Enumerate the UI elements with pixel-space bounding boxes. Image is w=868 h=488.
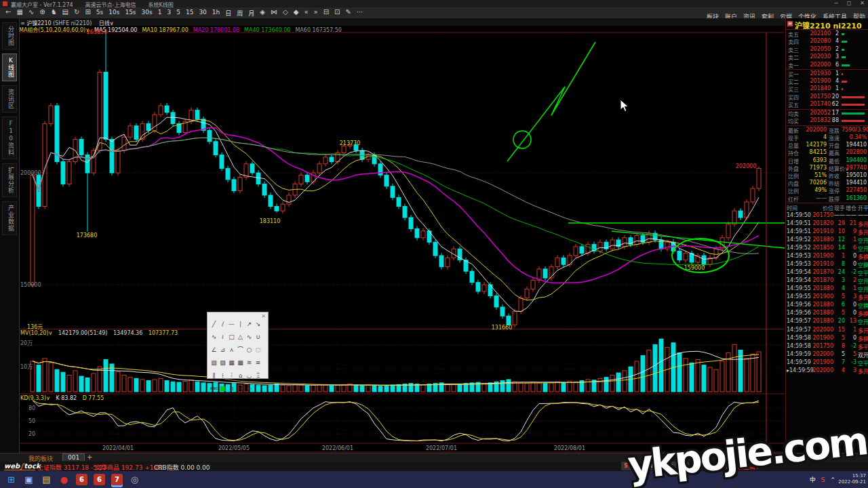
stat-label: 昨结 [829,180,840,187]
tick-oi-change: 0 [845,253,856,259]
draw-tool-icon[interactable]: ○ [245,346,254,354]
orderbook-qty: 20 [827,94,839,100]
draw-tool-icon[interactable]: ⌒ [236,346,245,354]
tick-oi-change: 6 [845,245,856,251]
tick-row: 14:59:5620188060空换 [786,302,868,310]
draw-tool-icon[interactable]: □ [227,333,236,342]
draw-tool-icon[interactable]: ∪ [254,333,262,342]
tick-oi-change: 2 [845,277,856,283]
draw-tool-icon[interactable]: ▦ [227,359,236,367]
draw-tool-icon[interactable]: ╱ [210,320,218,329]
svg-text:173680: 173680 [77,232,98,239]
tray-icon-0[interactable]: 中 [810,476,816,483]
tick-open-close-flag: 空平 [858,269,868,277]
draw-tool-icon[interactable]: ∿ [210,333,218,342]
stat-value: 202000 [798,127,827,133]
tick-row: 14:59:5320191080空换 [786,261,868,269]
tick-row: 14:59:5420187024-2空平 [786,269,868,277]
draw-tool-icon[interactable]: ↗ [245,320,254,329]
draw-tool-icon[interactable]: ∺ [236,384,245,393]
close-icon[interactable]: ✕ [261,313,266,319]
orderbook-level-label: 卖五 [788,30,799,38]
draw-tool-icon[interactable]: ≀ [218,333,227,342]
tick-price: 201880 [812,302,833,308]
orderbook-depth-bar [842,96,865,98]
tick-price: 201900 [812,335,833,341]
draw-tool-icon[interactable]: ▩ [236,359,245,367]
add-tab-button[interactable]: + [87,453,92,461]
stat-label: 比例 [788,172,799,180]
draw-tool-icon[interactable]: ABC [210,384,218,393]
drawing-tools-grid: ╱∕—∣↗↘∿≀□△∿∪∠⊿⋏⌒○◌▧▨▦▩≋≡∥⁞⫶⌂◡ΞABC■⊿∺⋯ [210,320,267,397]
draw-tool-icon[interactable]: ≋ [245,359,254,367]
stat-label: 开盘 [829,142,840,149]
tick-oi-change: -2 [845,269,856,275]
draw-tool-icon[interactable]: ⊿ [218,346,227,354]
taskbar-clock[interactable]: 15:37 2022-09-21 [838,473,866,485]
taskbar-icon-wh7[interactable]: 7 [111,474,123,485]
tick-open-close-flag: 多开 [858,327,868,334]
taskbar-icon-browser[interactable]: ● [58,474,70,485]
candlestick-chart[interactable]: 20000015000020万10万8050202022/04/012022/0… [0,0,868,488]
draw-tool-icon[interactable]: ▨ [218,359,227,367]
tick-row: 14:59:57202000151多开 [786,327,868,335]
draw-tool-icon[interactable]: ∠ [210,346,218,354]
tick-header-cell: 时间 [787,204,812,211]
system-tray[interactable]: 中S⌃ [804,475,835,484]
average-qty: 88 [827,117,839,123]
drawing-toolbar-panel: ✕ ╱∕—∣↗↘∿≀□△∿∪∠⊿⋏⌒○◌▧▨▦▩≋≡∥⁞⫶⌂◡ΞABC■⊿∺⋯ [207,312,269,379]
draw-tool-icon[interactable]: ↘ [254,320,262,329]
draw-tool-icon[interactable]: ◡ [245,371,254,380]
draw-tool-icon[interactable]: ⋯ [245,384,254,393]
tick-time: 14:59:55 [787,285,812,291]
mv-label[interactable]: MV(10,20)∨ [20,330,52,336]
quote-header: M 沪镍2210 ni2210 [786,20,868,28]
draw-tool-icon[interactable]: ∥ [210,371,218,380]
draw-tool-icon[interactable]: ▧ [210,359,218,367]
taskbar-icon-start[interactable]: ⊞ [5,474,17,485]
draw-tool-icon[interactable]: ⫶ [227,371,236,380]
tick-open-close-flag: 多开 [858,367,868,375]
orderbook-row-卖五: 卖五2021002 [786,30,868,38]
mv-value-3: 107377.73 [149,330,178,336]
draw-tool-icon[interactable]: ■ [218,384,227,393]
tick-time: 14:59:51 [787,220,812,226]
tick-lots: 6 [833,302,845,308]
draw-tool-icon[interactable]: ⋏ [227,346,236,354]
draw-tool-icon[interactable]: ⁞ [218,371,227,380]
taskbar-icon-folder[interactable]: ▤ [41,474,52,485]
draw-tool-icon[interactable]: △ [236,333,245,342]
tick-price: 201880 [812,237,833,243]
tab-001[interactable]: 001 [62,453,85,461]
draw-tool-icon[interactable]: — [227,320,236,329]
draw-tool-icon[interactable]: ∿ [245,333,254,342]
tick-open-close-flag: 空开 [858,285,868,293]
draw-tool-icon[interactable]: ⊿ [227,384,236,393]
tick-price: 201750 [812,343,833,349]
draw-tool-icon[interactable]: ◌ [254,346,262,354]
draw-tool-icon[interactable]: Ξ [254,371,262,380]
tray-icon-2[interactable]: ⌃ [830,476,835,483]
tick-price: 201880 [812,285,833,291]
taskbar-icon-wh6-a[interactable]: 6 [76,474,87,485]
draw-tool-icon[interactable]: ∣ [236,320,245,329]
tick-oi-change: 0 [845,310,856,316]
taskbar-icon-task-view[interactable]: ▣ [23,474,35,485]
tick-time: 14:59:57 [787,318,812,324]
tick-time: 14:59:58 [787,343,812,349]
draw-tool-icon[interactable]: ≡ [254,359,262,367]
kd-label[interactable]: KD(9,3,3)∨ [20,395,50,401]
tick-row: 14:59:5420187032空开 [786,277,868,285]
draw-tool-icon[interactable] [254,384,262,393]
taskbar-icon-wh6-b[interactable]: 6 [94,474,105,485]
taskbar-icon-obs[interactable]: ◎ [129,474,140,485]
draw-tool-icon[interactable]: ⌂ [236,371,245,380]
tick-oi-change: 1 [845,237,856,243]
tray-icon-1[interactable]: S [821,476,825,483]
tick-lots: 15 [833,327,845,333]
tick-row: 14:59:5320190010多换 [786,253,868,261]
average-depth-bar [842,120,865,122]
tick-open-close-flag: 多换 [858,253,868,260]
draw-tool-icon[interactable]: ∕ [218,320,227,329]
tick-row: 14:59:52201850146空开 [786,245,868,253]
